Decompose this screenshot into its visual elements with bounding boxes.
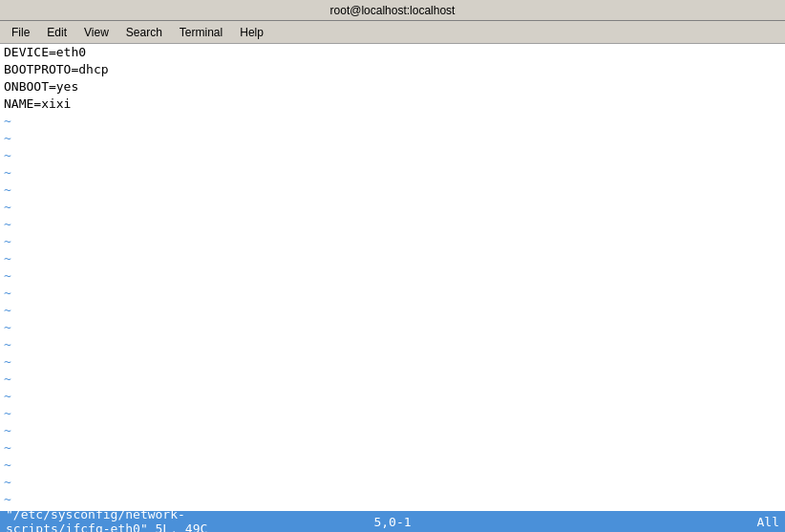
- menu-item-edit[interactable]: Edit: [39, 24, 74, 41]
- tilde-line: ~: [4, 113, 781, 130]
- tilde-line: ~: [4, 130, 781, 147]
- status-right: All: [521, 515, 779, 529]
- tilde-line: ~: [4, 267, 781, 285]
- tilde-line: ~: [4, 371, 781, 388]
- tilde-line: ~: [4, 164, 781, 181]
- tilde-line: ~: [4, 508, 781, 511]
- tilde-line: ~: [4, 457, 781, 474]
- tilde-line: ~: [4, 233, 781, 250]
- editor-area[interactable]: DEVICE=eth0BOOTPROTO=dhcpONBOOT=yesNAME=…: [0, 44, 785, 511]
- tilde-line: ~: [4, 199, 781, 216]
- tilde-line: ~: [4, 181, 781, 199]
- editor-line: DEVICE=eth0: [4, 44, 781, 61]
- status-bar: "/etc/sysconfig/network-scripts/ifcfg-et…: [0, 511, 785, 532]
- editor-line: BOOTPROTO=dhcp: [4, 61, 781, 78]
- tilde-line: ~: [4, 250, 781, 267]
- tilde-line: ~: [4, 336, 781, 353]
- tilde-line: ~: [4, 388, 781, 405]
- tilde-line: ~: [4, 216, 781, 233]
- tilde-line: ~: [4, 491, 781, 508]
- title-bar: root@localhost:localhost: [0, 0, 785, 21]
- menu-item-help[interactable]: Help: [232, 24, 271, 41]
- status-center: 5,0-1: [264, 515, 521, 529]
- tilde-line: ~: [4, 422, 781, 439]
- tilde-line: ~: [4, 405, 781, 422]
- menu-bar: FileEditViewSearchTerminalHelp: [0, 21, 785, 44]
- tilde-line: ~: [4, 353, 781, 371]
- tilde-line: ~: [4, 147, 781, 164]
- tilde-line: ~: [4, 439, 781, 457]
- editor-content: DEVICE=eth0BOOTPROTO=dhcpONBOOT=yesNAME=…: [0, 44, 785, 511]
- menu-item-terminal[interactable]: Terminal: [172, 24, 230, 41]
- menu-item-view[interactable]: View: [76, 24, 117, 41]
- menu-item-file[interactable]: File: [4, 24, 37, 41]
- tilde-line: ~: [4, 285, 781, 302]
- editor-line: ONBOOT=yes: [4, 78, 781, 96]
- tilde-line: ~: [4, 474, 781, 491]
- tilde-line: ~: [4, 319, 781, 336]
- title-text: root@localhost:localhost: [330, 4, 456, 17]
- tilde-line: ~: [4, 302, 781, 319]
- menu-item-search[interactable]: Search: [118, 24, 170, 41]
- editor-line: NAME=xixi: [4, 96, 781, 113]
